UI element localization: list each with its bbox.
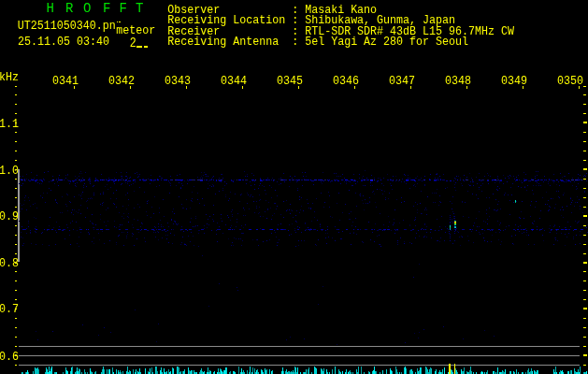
svg-text:Receiving Antenna : 5el Yagi: Receiving Antenna : 5el Yagi Az 280 for … (167, 35, 468, 48)
svg-text:25.11.05 03:40: 25.11.05 03:40 (18, 35, 109, 49)
svg-text:1.1: 1.1 (0, 118, 19, 132)
svg-text:kHz: kHz (0, 71, 19, 85)
svg-text:0.9: 0.9 (0, 210, 19, 224)
svg-text:2: 2 (130, 36, 136, 50)
svg-text:0.6: 0.6 (0, 351, 19, 365)
svg-text:F: F (103, 1, 110, 16)
svg-text:UT2511050340.pn: UT2511050340.pn (18, 20, 116, 34)
svg-text:R: R (65, 1, 74, 16)
svg-text:1.0: 1.0 (0, 164, 19, 178)
svg-text:T: T (136, 1, 143, 16)
svg-text:0.7: 0.7 (0, 303, 19, 317)
svg-text:O: O (83, 1, 91, 16)
svg-text:F: F (120, 1, 127, 16)
svg-text:H: H (46, 1, 53, 16)
